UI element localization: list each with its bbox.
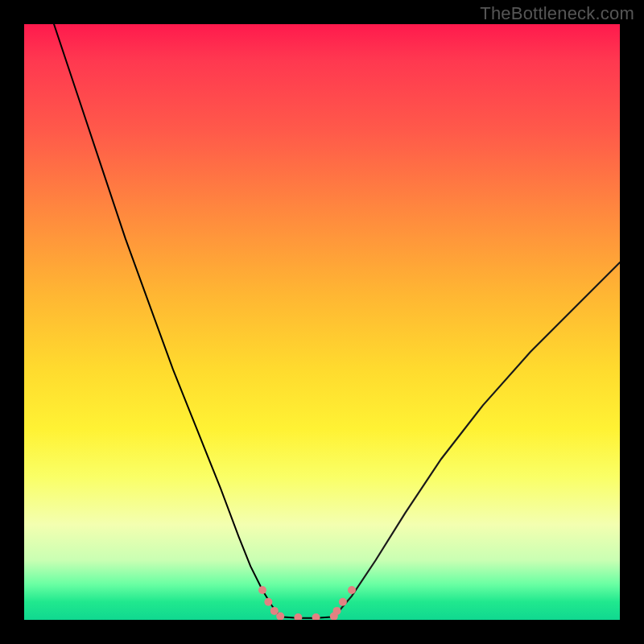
marker-dot [339, 598, 347, 606]
marker-dot [258, 586, 266, 594]
curve-layer [24, 24, 620, 620]
marker-dot [264, 598, 272, 606]
marker-dot [312, 613, 320, 620]
right-curve-path [334, 262, 620, 617]
watermark-text: TheBottleneck.com [480, 3, 634, 24]
plot-area [24, 24, 620, 620]
marker-dots-group [258, 586, 356, 620]
marker-dot [333, 607, 341, 615]
chart-frame: TheBottleneck.com [0, 0, 644, 644]
flat-bottom-path [280, 617, 334, 618]
marker-dot [270, 607, 279, 615]
left-curve-path [54, 24, 280, 617]
marker-dot [348, 586, 356, 594]
marker-dot [294, 613, 302, 620]
